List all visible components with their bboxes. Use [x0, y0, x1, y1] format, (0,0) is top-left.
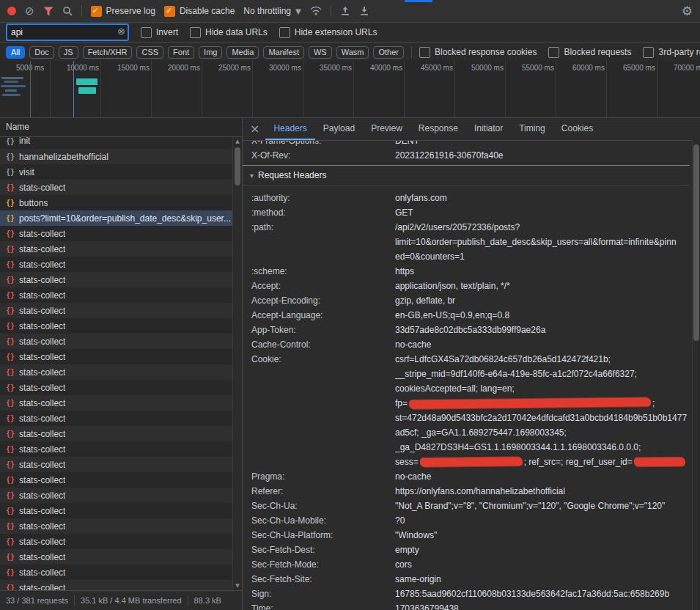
settings-gear-icon[interactable]: ⚙: [682, 4, 693, 18]
request-row[interactable]: {}stats-collect: [0, 580, 232, 590]
preserve-log-checkbox[interactable]: Preserve log: [91, 6, 155, 17]
time-tick-label: 45000 ms: [421, 64, 453, 72]
type-filter-img[interactable]: Img: [199, 46, 222, 59]
tab-headers[interactable]: Headers: [265, 118, 314, 140]
checkbox-3rd-party-requests[interactable]: 3rd-party requests: [643, 47, 700, 58]
type-filter-font[interactable]: Font: [168, 46, 194, 59]
time-tick-label: 40000 ms: [370, 64, 402, 72]
type-filter-css[interactable]: CSS: [136, 46, 163, 59]
tab-timing[interactable]: Timing: [511, 118, 553, 140]
type-filter-wasm[interactable]: Wasm: [336, 46, 369, 59]
hide-extension-urls-checkbox[interactable]: Hide extension URLs: [279, 27, 377, 38]
request-row[interactable]: {}stats-collect: [0, 257, 232, 272]
close-details-icon[interactable]: ×: [250, 122, 265, 137]
checkbox-checked-icon: [164, 6, 175, 17]
scrollbar-thumb[interactable]: [693, 144, 699, 341]
network-conditions-icon[interactable]: [310, 7, 322, 15]
checkbox-blocked-response-cookies[interactable]: Blocked response cookies: [419, 47, 537, 58]
hide-data-urls-checkbox[interactable]: Hide data URLs: [190, 27, 268, 38]
request-row[interactable]: {}stats-collect: [0, 472, 232, 488]
header-value: 1703636799438: [395, 601, 690, 610]
hide-data-urls-label: Hide data URLs: [205, 27, 268, 37]
type-filter-js[interactable]: JS: [59, 46, 78, 59]
request-row[interactable]: {}init: [0, 137, 232, 149]
json-braces-icon: {}: [6, 476, 15, 484]
tab-payload[interactable]: Payload: [315, 118, 363, 140]
request-name: stats-collect: [19, 290, 65, 301]
details-scrollbar[interactable]: [692, 140, 700, 610]
request-row[interactable]: {}stats-collect: [0, 426, 232, 441]
request-row[interactable]: {}stats-collect: [0, 334, 232, 349]
tab-initiator[interactable]: Initiator: [466, 118, 511, 140]
search-icon[interactable]: [62, 6, 73, 16]
request-row[interactable]: {}stats-collect: [0, 549, 232, 565]
request-row[interactable]: {}stats-collect: [0, 272, 232, 287]
type-filter-media[interactable]: Media: [226, 46, 259, 59]
request-row[interactable]: {}stats-collect: [0, 441, 232, 457]
import-har-icon[interactable]: [340, 6, 350, 16]
type-filter-all[interactable]: All: [6, 46, 25, 59]
requests-scrollbar[interactable]: ▲ ▼: [232, 137, 242, 590]
header-name: Sec-Fetch-Dest:: [251, 543, 395, 557]
throttling-dropdown[interactable]: No throttling ▼: [243, 6, 301, 16]
scroll-down-icon[interactable]: ▼: [233, 583, 242, 589]
request-row[interactable]: {}stats-collect: [0, 565, 232, 580]
redaction-scribble: [409, 397, 651, 408]
checkbox-blocked-requests[interactable]: Blocked requests: [548, 47, 631, 58]
tab-response[interactable]: Response: [410, 118, 466, 140]
waterfall-bar: [1, 77, 23, 79]
request-headers-group: :authority:onlyfans.com:method:GET:path:…: [243, 185, 690, 610]
clear-input-icon[interactable]: ⊗: [117, 26, 125, 37]
type-filter-ws[interactable]: WS: [309, 46, 332, 59]
request-row[interactable]: {}stats-collect: [0, 303, 232, 318]
request-row[interactable]: {}stats-collect: [0, 488, 232, 503]
request-row[interactable]: {}stats-collect: [0, 395, 232, 411]
type-filter-other[interactable]: Other: [373, 46, 404, 59]
request-row[interactable]: {}stats-collect: [0, 241, 232, 257]
request-row[interactable]: {}hannahelizabethofficial: [0, 149, 232, 164]
filter-input[interactable]: [7, 27, 112, 37]
scrollbar-thumb[interactable]: [235, 147, 240, 185]
time-tick-label: 25000 ms: [218, 64, 251, 72]
transferred-size: 35.1 kB / 4.4 MB transferred: [75, 595, 188, 606]
header-row: Sec-Ch-Ua:"Not_A Brand";v="8", "Chromium…: [243, 499, 690, 513]
request-row[interactable]: {}stats-collect: [0, 364, 232, 380]
request-row[interactable]: {}posts?limit=10&order=publish_date_desc…: [0, 210, 232, 226]
time-tick-label: 35000 ms: [320, 64, 352, 72]
request-row[interactable]: {}stats-collect: [0, 380, 232, 395]
request-row[interactable]: {}visit: [0, 164, 232, 180]
request-row[interactable]: {}stats-collect: [0, 457, 232, 472]
tab-cookies[interactable]: Cookies: [553, 118, 601, 140]
overview-strip[interactable]: 5000 ms10000 ms15000 ms20000 ms25000 ms3…: [0, 61, 700, 118]
disable-cache-checkbox[interactable]: Disable cache: [164, 6, 235, 17]
name-column-header[interactable]: Name: [0, 118, 242, 137]
record-button[interactable]: [7, 7, 16, 15]
type-filter-fetch-xhr[interactable]: Fetch/XHR: [83, 46, 133, 59]
request-row[interactable]: {}stats-collect: [0, 226, 232, 241]
request-name: stats-collect: [19, 321, 65, 331]
request-row[interactable]: {}stats-collect: [0, 318, 232, 334]
value-line: _ga_D4827DS3H4=GS1.1.1698003344.1.1.1698…: [395, 440, 690, 455]
header-row: App-Token:33d57ade8c02dbc5a333db99ff9ae2…: [243, 323, 690, 337]
checkbox-icon: [643, 47, 654, 58]
request-row[interactable]: {}stats-collect: [0, 287, 232, 303]
request-row[interactable]: {}stats-collect: [0, 411, 232, 426]
time-tick-label: 70000 ms: [674, 64, 700, 72]
request-row[interactable]: {}buttons: [0, 195, 232, 210]
request-row[interactable]: {}stats-collect: [0, 518, 232, 534]
type-filter-manifest[interactable]: Manifest: [263, 46, 304, 59]
export-har-icon[interactable]: [359, 6, 369, 16]
type-filter-doc[interactable]: Doc: [29, 46, 54, 59]
request-row[interactable]: {}stats-collect: [0, 534, 232, 549]
request-row[interactable]: {}stats-collect: [0, 503, 232, 518]
header-name: Sec-Fetch-Site:: [251, 572, 395, 587]
filter-icon[interactable]: [43, 7, 54, 16]
scroll-up-icon[interactable]: ▲: [233, 139, 242, 144]
request-headers-section[interactable]: ▾ Request Headers: [243, 165, 690, 185]
json-braces-icon: {}: [6, 430, 15, 438]
invert-checkbox[interactable]: Invert: [141, 27, 178, 38]
request-row[interactable]: {}stats-collect: [0, 349, 232, 364]
clear-network-log-icon[interactable]: ⊘: [25, 6, 34, 17]
tab-preview[interactable]: Preview: [363, 118, 410, 140]
request-row[interactable]: {}stats-collect: [0, 180, 232, 195]
